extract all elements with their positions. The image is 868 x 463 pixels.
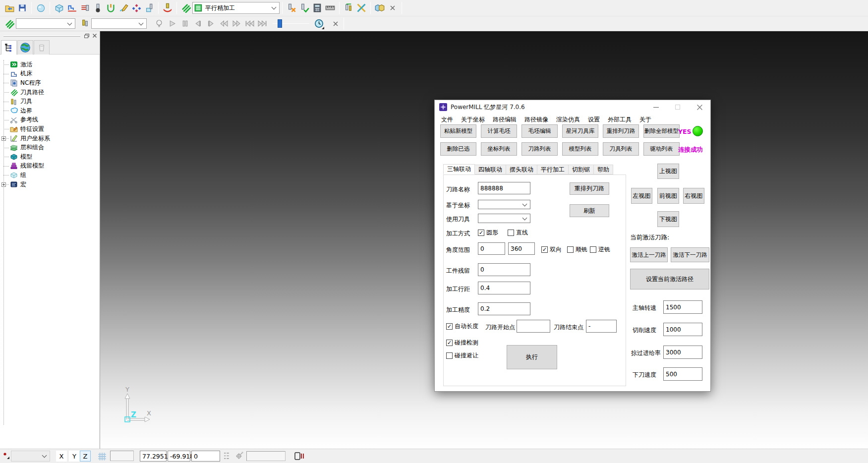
expand-icon[interactable]	[1, 136, 6, 141]
tab-cutting-saw[interactable]: 切割锯	[569, 165, 594, 174]
dialog-titlebar[interactable]: PowerMILL 忆梦星河 7.0.6	[435, 100, 710, 114]
expand-icon[interactable]	[1, 182, 6, 187]
tree-item-models[interactable]: 模型	[0, 152, 99, 162]
tool-library-button[interactable]: 星河刀具库	[562, 124, 598, 138]
activate-prev-toolpath-button[interactable]: 激活上一刀路	[630, 247, 668, 262]
explorer-panel-header[interactable]	[0, 31, 100, 39]
view-bottom-button[interactable]: 下视图	[657, 211, 679, 227]
sim-light-button[interactable]	[153, 17, 166, 30]
sim-rewind-button[interactable]	[217, 17, 230, 30]
mode-circle-checkbox[interactable]: 圆形	[478, 229, 498, 237]
use-tool-combobox[interactable]	[478, 214, 530, 223]
sim-fast-forward-button[interactable]	[230, 17, 243, 30]
tree-item-groups[interactable]: 组	[0, 171, 99, 180]
plunge-speed-input[interactable]	[663, 367, 702, 381]
refresh-button[interactable]: 刷新	[570, 204, 609, 217]
sim-clock-button[interactable]	[312, 17, 325, 30]
sim-speed-slider[interactable]	[273, 19, 309, 29]
stepover-input[interactable]	[478, 282, 530, 294]
toolpath-logo-button[interactable]	[179, 1, 192, 14]
drive-list-button[interactable]: 驱动列表	[643, 142, 680, 156]
delete-selected-button[interactable]: 删除已选	[440, 142, 476, 156]
tab-3axis[interactable]: 三轴联动	[443, 164, 475, 174]
base-coord-combobox[interactable]	[478, 200, 530, 209]
sim-tool-combobox[interactable]	[91, 18, 147, 29]
sim-toolpath-combobox[interactable]	[16, 18, 75, 29]
tree-item-machine-tools[interactable]: 机床	[0, 69, 99, 79]
save-button[interactable]	[16, 1, 29, 14]
tab-swivel-head[interactable]: 摆头联动	[506, 165, 537, 174]
coord-list-button[interactable]: 坐标列表	[481, 142, 517, 156]
grid-toggle-button[interactable]	[96, 450, 108, 463]
pattern-button[interactable]	[130, 1, 143, 14]
end-point-input[interactable]	[586, 320, 617, 333]
delete-all-models-button[interactable]: 删除全部模型	[643, 124, 680, 138]
dir-conventional-checkbox[interactable]: 逆铣	[590, 245, 610, 254]
axis-x-button[interactable]: X	[56, 451, 67, 462]
shade-button[interactable]	[34, 1, 47, 14]
dir-climb-checkbox[interactable]: 顺铣	[567, 245, 587, 254]
sim-step-back-button[interactable]	[191, 17, 204, 30]
menu-about[interactable]: 关于	[636, 116, 655, 124]
menu-settings[interactable]: 设置	[584, 116, 604, 124]
sim-tool-button[interactable]	[78, 17, 91, 30]
tool-ball-button[interactable]	[91, 1, 104, 14]
menu-file[interactable]: 文件	[437, 116, 457, 124]
sim-toolpath-button[interactable]	[3, 17, 16, 30]
tree-item-nc-programs[interactable]: NC程序	[0, 78, 99, 88]
sim-step-forward-button[interactable]	[204, 17, 217, 30]
grid-size-field[interactable]	[110, 451, 134, 461]
activate-next-toolpath-button[interactable]: 激活下一刀路	[671, 247, 709, 262]
angle-to-input[interactable]	[508, 242, 535, 255]
tree-item-toolpaths[interactable]: 刀具路径	[0, 88, 99, 97]
scissors-button[interactable]	[355, 1, 368, 14]
collision-check-checkbox[interactable]: 碰撞检测	[446, 339, 478, 347]
menu-about-coords[interactable]: 关于坐标	[457, 116, 489, 124]
maximize-button[interactable]	[667, 100, 689, 114]
simulate-toolpath-button[interactable]	[161, 1, 174, 14]
measure-field[interactable]	[246, 451, 286, 461]
active-toolpath-combobox[interactable]: 平行精加工	[192, 2, 280, 14]
set-active-path-button[interactable]: 设置当前激活路径	[630, 269, 709, 289]
spindle-speed-input[interactable]	[663, 300, 702, 314]
tree-item-macros[interactable]: 宏	[0, 180, 99, 189]
minimize-button[interactable]	[645, 100, 667, 114]
tolerance-input[interactable]	[478, 302, 530, 315]
execute-button[interactable]: 执行	[507, 345, 557, 369]
mode-line-checkbox[interactable]: 直线	[508, 229, 528, 237]
model-boxes-button[interactable]	[373, 1, 386, 14]
tool-delete-button[interactable]	[285, 1, 298, 14]
stock-edit-button[interactable]: 毛坯编辑	[521, 124, 558, 138]
paste-new-model-button[interactable]: 粘贴新模型	[440, 124, 476, 138]
toolpath-edit-button[interactable]	[78, 1, 91, 14]
tool-pair-button[interactable]	[342, 1, 355, 14]
menu-render-sim[interactable]: 渲染仿真	[552, 116, 584, 124]
calculator-button[interactable]	[311, 1, 324, 14]
sim-skip-start-button[interactable]	[243, 17, 256, 30]
tree-item-patterns[interactable]: 参考线	[0, 116, 99, 125]
tool-list-button[interactable]: 刀具列表	[603, 142, 639, 156]
workplane-combobox[interactable]	[11, 451, 50, 462]
dir-both-checkbox[interactable]: 双向	[541, 245, 562, 254]
close-sim-toolbar-button[interactable]	[329, 17, 342, 30]
close-toolbar-button[interactable]	[386, 1, 399, 14]
panel-close-button[interactable]	[91, 33, 98, 39]
stock-remain-input[interactable]	[478, 263, 530, 276]
collision-avoid-checkbox[interactable]: 碰撞避让	[446, 351, 478, 360]
auto-length-checkbox[interactable]: 自动长度	[446, 322, 478, 331]
cutting-speed-input[interactable]	[663, 323, 702, 336]
menu-path-edit[interactable]: 路径编辑	[489, 116, 521, 124]
tab-explorer-tree[interactable]	[1, 40, 17, 55]
tab-help[interactable]: 帮助	[594, 165, 613, 174]
start-point-input[interactable]	[517, 320, 550, 333]
tab-parallel[interactable]: 平行加工	[537, 165, 569, 174]
tool-check-button[interactable]	[298, 1, 311, 14]
sim-pause-button[interactable]	[178, 17, 191, 30]
measure-button[interactable]	[324, 1, 337, 14]
panel-restore-button[interactable]	[83, 33, 90, 39]
axis-z-button[interactable]: Z	[80, 451, 91, 462]
reorder-toolpaths-button[interactable]: 重排列刀路	[603, 124, 639, 138]
tree-item-tools[interactable]: 刀具	[0, 97, 99, 106]
u-toolpath-button[interactable]	[104, 1, 117, 14]
tree-item-feature-sets[interactable]: 特征设置	[0, 124, 99, 134]
